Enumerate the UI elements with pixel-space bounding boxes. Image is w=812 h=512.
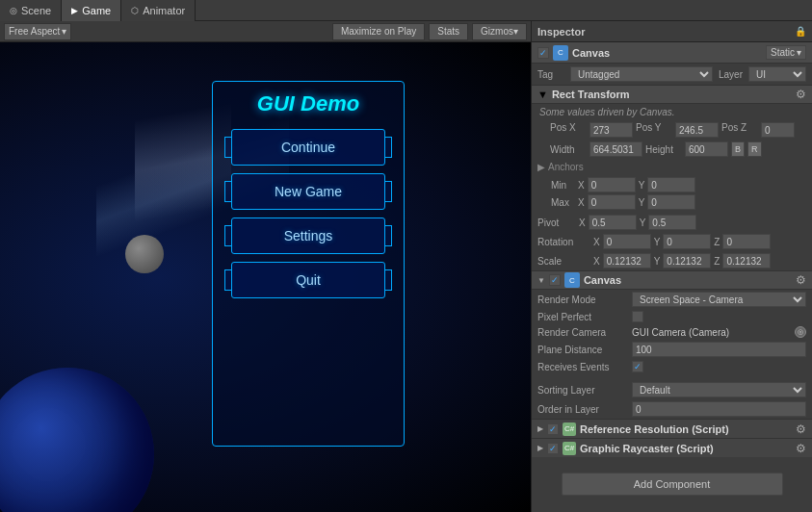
chevron-down-icon: ▾: [62, 26, 66, 37]
rot-x-input[interactable]: [603, 234, 651, 249]
tab-scene[interactable]: ◎ Scene: [0, 0, 62, 21]
scale-z-input[interactable]: [722, 253, 771, 269]
reset-button[interactable]: R: [747, 141, 762, 157]
position-row: Pos X Pos Y Pos Z: [532, 120, 812, 140]
rect-transform-settings-icon[interactable]: ⚙: [796, 88, 806, 101]
render-camera-label: Render Camera: [537, 327, 629, 338]
graphic-ray-triangle: ▶: [537, 444, 543, 452]
anchor-max-x[interactable]: [588, 194, 636, 210]
plane-distance-input[interactable]: [632, 342, 806, 357]
pos-z-label: Pos Z: [721, 122, 758, 138]
pixel-perfect-row: Pixel Perfect: [532, 309, 812, 324]
anchors-triangle[interactable]: ▶: [537, 162, 545, 172]
inspector-body: C Canvas Static ▾ Tag Untagged Layer UI: [532, 42, 812, 512]
tag-layer-row: Tag Untagged Layer UI: [532, 64, 812, 85]
pivot-row: Pivot X Y: [532, 213, 812, 232]
stats-button[interactable]: Stats: [429, 23, 468, 40]
add-component-button[interactable]: Add Component: [562, 473, 783, 496]
ref-res-triangle: ▶: [537, 424, 543, 433]
inspector-header: Inspector 🔒: [532, 21, 812, 42]
sorting-layer-select[interactable]: Default: [632, 382, 806, 397]
add-component-container: Add Component: [532, 457, 812, 511]
ref-res-settings-icon[interactable]: ⚙: [796, 422, 806, 436]
layer-select[interactable]: UI: [748, 66, 806, 82]
gui-menu-panel: GUI Demo Continue New Game Settings Quit: [212, 81, 405, 447]
width-label: Width: [550, 144, 587, 155]
sorting-layer-row: Sorting Layer Default: [532, 380, 812, 399]
canvas-section-triangle[interactable]: ▼: [537, 276, 545, 285]
order-in-layer-input[interactable]: [632, 401, 806, 417]
ref-resolution-header[interactable]: ▶ C# Reference Resolution (Script) ⚙: [532, 419, 812, 438]
menu-title: GUI Demo: [257, 91, 359, 116]
quit-button[interactable]: Quit: [231, 262, 385, 298]
render-camera-row: Render Camera GUI Camera (Camera) ◎: [532, 324, 812, 340]
anchor-min-y[interactable]: [647, 177, 695, 192]
rotation-row: Rotation X Y Z: [532, 232, 812, 251]
size-row: Width Height B R: [532, 140, 812, 159]
scene-icon: ◎: [10, 6, 17, 15]
static-badge[interactable]: Static ▾: [766, 45, 806, 60]
tab-game[interactable]: ▶ Game: [62, 0, 121, 21]
order-in-layer-row: Order in Layer: [532, 399, 812, 419]
pivot-x-input[interactable]: [589, 215, 637, 230]
order-in-layer-label: Order in Layer: [537, 404, 629, 415]
max-label: Max: [551, 197, 575, 208]
aspect-select[interactable]: Free Aspect ▾: [4, 23, 71, 40]
canvas-comp-name: Canvas: [584, 274, 792, 286]
game-canvas: GUI Demo Continue New Game Settings Quit: [0, 42, 531, 512]
new-game-button[interactable]: New Game: [231, 173, 385, 210]
small-planet: [125, 235, 164, 273]
height-input[interactable]: [685, 141, 728, 157]
rect-transform-header[interactable]: ▼ Rect Transform ⚙: [532, 85, 812, 104]
pivot-y-input[interactable]: [648, 215, 696, 230]
blueprint-button[interactable]: B: [731, 141, 745, 157]
chevron-down-icon: ▾: [797, 47, 801, 58]
render-camera-value: GUI Camera (Camera): [632, 327, 792, 338]
canvas-comp-checkbox[interactable]: [549, 274, 561, 286]
lock-icon[interactable]: 🔒: [795, 26, 806, 37]
scale-y-input[interactable]: [663, 253, 711, 269]
pixel-perfect-checkbox[interactable]: [632, 311, 643, 322]
render-mode-select[interactable]: Screen Space - Camera: [632, 292, 806, 307]
inspector-icons: 🔒: [795, 26, 806, 37]
settings-button[interactable]: Settings: [231, 218, 385, 254]
render-camera-picker[interactable]: ◎: [795, 326, 806, 338]
graphic-ray-settings-icon[interactable]: ⚙: [796, 442, 806, 455]
canvas-settings-icon[interactable]: ⚙: [796, 273, 806, 287]
canvas-enabled-checkbox[interactable]: [537, 47, 549, 59]
scale-x-input[interactable]: [603, 253, 651, 269]
ref-res-icon: C#: [563, 422, 576, 436]
rot-z-input[interactable]: [722, 234, 771, 249]
game-icon: ▶: [71, 6, 78, 15]
anchors-section: ▶ Anchors Min X Y Max X Y: [532, 159, 812, 213]
ref-res-checkbox[interactable]: [547, 423, 559, 435]
receives-events-label: Receives Events: [537, 362, 629, 372]
receives-events-checkbox[interactable]: [632, 361, 643, 372]
triangle-icon: ▼: [537, 89, 548, 100]
min-label: Min: [551, 180, 575, 191]
receives-events-row: Receives Events: [532, 359, 812, 374]
rotation-label: Rotation: [537, 237, 590, 247]
anchor-max-y[interactable]: [647, 194, 695, 210]
anchor-min-x[interactable]: [588, 177, 636, 192]
canvas-object-name: Canvas: [572, 47, 762, 59]
rect-transform-title: Rect Transform: [552, 89, 792, 100]
render-mode-row: Render Mode Screen Space - Camera: [532, 290, 812, 309]
pos-x-input[interactable]: [589, 122, 633, 138]
maximize-on-play-button[interactable]: Maximize on Play: [332, 23, 425, 40]
graphic-raycaster-header[interactable]: ▶ C# Graphic Raycaster (Script) ⚙: [532, 438, 812, 457]
width-input[interactable]: [589, 141, 642, 157]
tag-select[interactable]: Untagged: [570, 66, 713, 82]
graphic-ray-checkbox[interactable]: [547, 443, 559, 454]
game-view: Free Aspect ▾ Maximize on Play Stats Giz…: [0, 21, 531, 512]
gizmos-button[interactable]: Gizmos ▾: [472, 23, 527, 40]
tab-animator[interactable]: ⬡ Animator: [121, 0, 196, 21]
continue-button[interactable]: Continue: [231, 129, 385, 166]
pos-z-input[interactable]: [761, 122, 795, 138]
scale-row: Scale X Y Z: [532, 251, 812, 270]
tab-game-label: Game: [82, 5, 111, 16]
pos-y-input[interactable]: [675, 122, 719, 138]
rot-y-input[interactable]: [663, 234, 711, 249]
sorting-layer-label: Sorting Layer: [537, 385, 629, 396]
anchors-label: Anchors: [548, 162, 584, 172]
